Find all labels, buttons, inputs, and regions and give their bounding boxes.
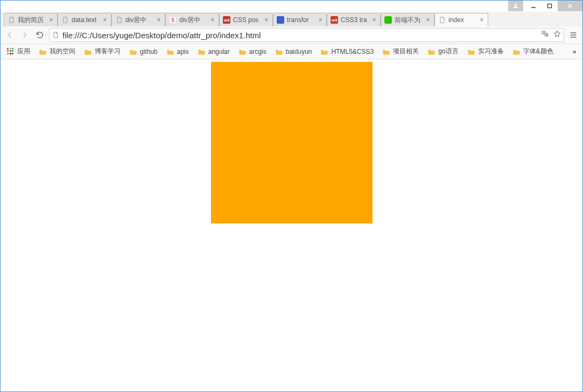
wechat-favicon-icon <box>384 16 392 24</box>
tab-title: transfor <box>287 16 315 24</box>
forward-button[interactable] <box>19 29 31 41</box>
bookmark-label: baiduyun <box>286 48 312 55</box>
tab-strip: 我的简历×data:text×div居中×5div居中×w3CSS pos×tr… <box>1 12 582 26</box>
apps-shortcut[interactable]: 应用 <box>4 45 33 58</box>
bookmark-folder[interactable]: 实习准备 <box>464 45 507 58</box>
minimize-button[interactable] <box>525 1 542 11</box>
bookmark-folder[interactable]: angular <box>194 46 233 57</box>
apps-label: 应用 <box>17 47 30 56</box>
toolbar: file:///C:/Users/yuge/Desktop/demo/attr_… <box>1 26 582 44</box>
translate-icon[interactable] <box>541 30 550 40</box>
bookmark-label: arcgis <box>249 48 266 55</box>
folder-icon <box>166 48 174 55</box>
bookmark-folder[interactable]: baiduyun <box>272 46 315 57</box>
bookmark-label: go语言 <box>438 47 458 56</box>
address-bar[interactable]: file:///C:/Users/yuge/Desktop/demo/attr_… <box>49 28 564 42</box>
tab-close-icon[interactable]: × <box>318 17 323 23</box>
url-text[interactable]: file:///C:/Users/yuge/Desktop/demo/attr_… <box>62 31 541 40</box>
tab-close-icon[interactable]: × <box>102 17 108 23</box>
bookmark-label: 博客学习 <box>95 47 121 56</box>
browser-window: 我的简历×data:text×div居中×5div居中×w3CSS pos×tr… <box>0 0 583 392</box>
w3-favicon-icon: w3 <box>223 16 230 24</box>
bookmark-label: github <box>140 48 158 55</box>
apps-icon <box>7 48 15 55</box>
bookmark-label: angular <box>208 48 230 55</box>
file-icon <box>52 31 59 39</box>
bookmark-label: 项目相关 <box>393 47 419 56</box>
tab-title: CSS pos <box>233 16 262 24</box>
folder-icon <box>382 48 390 55</box>
folder-icon <box>238 48 247 55</box>
reload-button[interactable] <box>34 29 46 41</box>
tab-title: div居中 <box>179 16 208 25</box>
tab-title: data:text <box>72 16 100 24</box>
bookmarks-overflow-button[interactable]: » <box>570 48 579 55</box>
tab-title: 前端不为 <box>395 16 423 25</box>
maximize-button[interactable] <box>542 1 558 11</box>
tab-close-icon[interactable]: × <box>371 17 377 23</box>
browser-tab[interactable]: w3CSS3 tra× <box>327 13 381 26</box>
tab-close-icon[interactable]: × <box>479 17 484 23</box>
baidu-favicon-icon <box>277 16 284 24</box>
folder-icon <box>467 48 475 55</box>
bookmark-folder[interactable]: go语言 <box>424 45 461 58</box>
tab-close-icon[interactable]: × <box>210 17 215 23</box>
folder-icon <box>84 48 92 55</box>
browser-tab[interactable]: transfor× <box>273 13 327 26</box>
tab-close-icon[interactable]: × <box>425 17 431 23</box>
bookmark-folder[interactable]: github <box>126 46 161 57</box>
page-favicon-icon <box>8 16 15 24</box>
tab-title: div居中 <box>125 16 154 25</box>
tab-close-icon[interactable]: × <box>264 17 269 23</box>
window-title-bar <box>1 1 582 12</box>
folder-icon <box>198 48 206 55</box>
browser-tab[interactable]: 前端不为× <box>381 13 434 26</box>
page-favicon-icon <box>115 16 123 24</box>
browser-tab[interactable]: w3CSS pos× <box>219 13 273 26</box>
close-button[interactable] <box>558 1 582 11</box>
bookmark-folder[interactable]: 博客学习 <box>81 45 124 58</box>
tab-close-icon[interactable]: × <box>156 17 161 23</box>
page-favicon-icon <box>61 16 69 24</box>
svg-rect-1 <box>548 4 552 8</box>
browser-tab[interactable]: 我的简历× <box>4 13 58 26</box>
tab-title: index <box>448 16 477 24</box>
orange-box <box>211 62 373 223</box>
tab-close-icon[interactable]: × <box>48 17 54 23</box>
w3-favicon-icon: w3 <box>331 16 338 24</box>
page-viewport <box>1 59 582 391</box>
browser-tab[interactable]: 5div居中× <box>165 13 219 26</box>
browser-tab[interactable]: index× <box>434 13 488 26</box>
bookmarks-list: 我的空间博客学习githubapisangulararcgisbaiduyunH… <box>36 45 557 58</box>
bookmarks-bar: 应用 我的空间博客学习githubapisangulararcgisbaiduy… <box>1 44 582 59</box>
bookmark-label: HTML5&CSS3 <box>331 48 374 55</box>
tab-title: 我的简历 <box>18 16 46 25</box>
bookmark-folder[interactable]: 项目相关 <box>379 45 422 58</box>
tab-title: CSS3 tra <box>341 16 369 24</box>
star-icon[interactable] <box>553 30 561 40</box>
folder-icon <box>427 48 436 55</box>
five-favicon-icon: 5 <box>169 16 177 24</box>
bookmark-folder[interactable]: HTML5&CSS3 <box>317 46 377 57</box>
browser-tab[interactable]: data:text× <box>58 13 111 26</box>
bookmark-folder[interactable]: 我的空间 <box>36 45 79 58</box>
omnibox-actions <box>541 30 561 40</box>
page-favicon-icon <box>438 16 446 24</box>
bookmark-folder[interactable]: apis <box>163 46 192 57</box>
bookmark-folder[interactable]: arcgis <box>235 46 270 57</box>
user-account-button[interactable] <box>508 1 523 11</box>
folder-icon <box>512 48 521 55</box>
folder-icon <box>39 48 47 55</box>
bookmark-label: apis <box>177 48 189 55</box>
chrome-menu-button[interactable] <box>567 29 579 41</box>
browser-tab[interactable]: div居中× <box>111 13 165 26</box>
folder-icon <box>275 48 283 55</box>
back-button[interactable] <box>4 29 16 41</box>
bookmark-label: 实习准备 <box>478 47 504 56</box>
bookmark-label: 字体&颜色 <box>523 47 553 56</box>
folder-icon <box>320 48 328 55</box>
bookmark-folder[interactable]: 字体&颜色 <box>509 45 557 58</box>
bookmark-label: 我的空间 <box>50 47 75 56</box>
folder-icon <box>129 48 137 55</box>
